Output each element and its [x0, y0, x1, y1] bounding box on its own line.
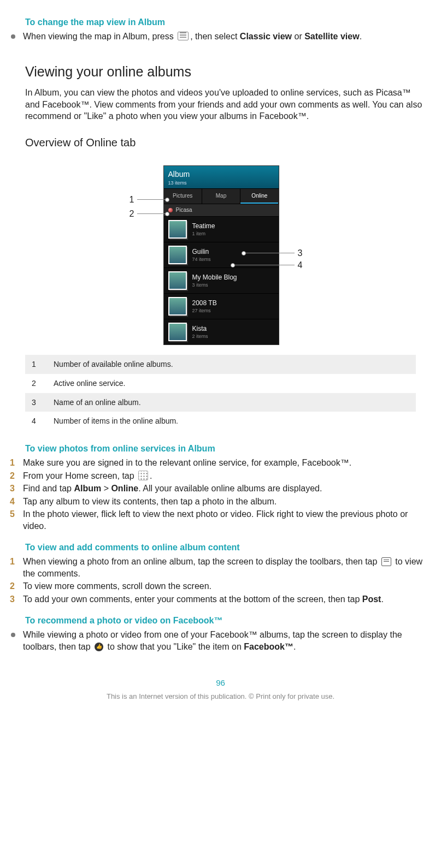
- footer-text: This is an Internet version of this publ…: [10, 692, 431, 701]
- text: , then select: [190, 32, 240, 41]
- menu-icon: [178, 32, 189, 40]
- section-title-online-albums: Viewing your online albums: [25, 63, 431, 81]
- album-name: My Mobile Blog: [192, 273, 237, 282]
- step-row: 4Tap any album to view its contents, the…: [10, 496, 426, 508]
- text: Find and tap: [23, 484, 74, 493]
- bullet-text: While viewing a photo or video from one …: [23, 629, 431, 652]
- legend-num: 1: [28, 359, 54, 370]
- text: When viewing a photo from an online albu…: [23, 557, 380, 566]
- step-num: 3: [10, 483, 23, 495]
- page-number: 96: [10, 677, 431, 688]
- phone-header: Album 13 items: [164, 166, 279, 188]
- phone-album-row: Kista 2 items: [164, 319, 279, 344]
- step-row: 1When viewing a photo from an online alb…: [10, 556, 426, 579]
- heading-view-photos: To view photos from online services in A…: [25, 443, 431, 455]
- bullet-text: When viewing the map in Album, press , t…: [23, 31, 431, 43]
- bullet-item: While viewing a photo or video from one …: [10, 629, 431, 652]
- step-text: When viewing a photo from an online albu…: [23, 556, 426, 579]
- phone-album-row: My Mobile Blog 3 items: [164, 267, 279, 293]
- apps-grid-icon: [138, 471, 148, 480]
- phone-album-row: 2008 TB 27 items: [164, 293, 279, 319]
- callout-number: 1: [130, 194, 134, 206]
- callout-number: 3: [298, 247, 303, 259]
- legend-text: Name of an online album.: [54, 397, 141, 408]
- step-text: To add your own comments, enter your com…: [23, 593, 426, 605]
- step-text: Make sure you are signed in to the relev…: [23, 457, 426, 469]
- text: From your Home screen, tap: [23, 471, 137, 480]
- text: or: [292, 32, 304, 41]
- picasa-icon: [168, 208, 173, 212]
- step-row: 2To view more comments, scroll down the …: [10, 580, 426, 592]
- bold-post: Post: [362, 594, 381, 604]
- heading-view-comments: To view and add comments to online album…: [25, 542, 431, 554]
- phone-illustration: 1 2 3 4 Album 13 items Pictures Map Onli…: [120, 165, 322, 345]
- step-text: From your Home screen, tap .: [23, 470, 426, 482]
- callout-1: 1: [130, 194, 166, 206]
- legend-num: 2: [28, 378, 54, 389]
- heading-change-map-view: To change the map view in Album: [25, 16, 431, 28]
- album-thumb: [168, 323, 187, 341]
- album-thumb: [168, 297, 187, 316]
- text: .: [293, 642, 296, 651]
- album-name: Teatime: [192, 222, 215, 230]
- phone-app-title: Album: [168, 169, 274, 180]
- step-text: To view more comments, scroll down the s…: [23, 580, 426, 592]
- text: to show that you "Like" the item on: [105, 642, 244, 651]
- legend-num: 3: [28, 397, 54, 408]
- legend-text: Number of items in the online album.: [54, 416, 178, 426]
- text: .: [150, 471, 152, 480]
- text: .: [360, 32, 362, 41]
- album-count: 2 items: [192, 333, 208, 340]
- step-num: 3: [10, 593, 23, 605]
- legend-text: Active online service.: [54, 378, 126, 389]
- legend-row: 2 Active online service.: [25, 374, 416, 393]
- like-icon: [95, 643, 103, 651]
- text: . All your available online albums are d…: [138, 484, 322, 493]
- step-num: 2: [10, 470, 23, 482]
- step-num: 2: [10, 580, 23, 592]
- legend-num: 4: [28, 416, 54, 426]
- album-count: 74 items: [192, 256, 211, 263]
- text: To add your own comments, enter your com…: [23, 594, 362, 604]
- callout-number: 2: [130, 208, 134, 220]
- bullet-icon: [11, 34, 15, 39]
- phone-tabs: Pictures Map Online: [164, 188, 279, 205]
- callout-4: 4: [234, 259, 303, 271]
- legend-row: 1 Number of available online albums.: [25, 355, 416, 374]
- album-count: 27 items: [192, 307, 217, 314]
- step-num: 4: [10, 496, 23, 508]
- subsection-title-overview: Overview of Online tab: [25, 135, 431, 150]
- callout-2: 2: [130, 208, 166, 220]
- step-text: Tap any album to view its contents, then…: [23, 496, 426, 508]
- album-thumb: [168, 271, 187, 290]
- phone-tab-active: Online: [240, 189, 278, 204]
- phone-item-count: 13 items: [168, 180, 274, 186]
- phone-service-row: Picasa: [164, 204, 279, 216]
- legend-row: 4 Number of items in the online album.: [25, 412, 416, 431]
- heading-recommend-facebook: To recommend a photo or video on Faceboo…: [25, 615, 431, 627]
- step-row: 3Find and tap Album > Online. All your a…: [10, 483, 426, 495]
- album-name: Kista: [192, 324, 208, 333]
- step-row: 2From your Home screen, tap .: [10, 470, 426, 482]
- legend-table: 1 Number of available online albums. 2 A…: [25, 355, 416, 431]
- bullet-icon: [11, 633, 15, 637]
- legend-row: 3 Name of an online album.: [25, 393, 416, 412]
- step-num: 5: [10, 508, 23, 520]
- step-row: 5In the photo viewer, flick left to view…: [10, 508, 426, 532]
- callout-3: 3: [245, 247, 303, 259]
- album-thumb: [168, 220, 187, 239]
- step-row: 3To add your own comments, enter your co…: [10, 593, 426, 605]
- step-num: 1: [10, 556, 23, 568]
- step-text: Find and tap Album > Online. All your av…: [23, 483, 426, 495]
- bold-classic-view: Classic view: [240, 32, 292, 41]
- bullet-item: When viewing the map in Album, press , t…: [10, 31, 431, 43]
- album-name: 2008 TB: [192, 299, 217, 307]
- callout-number: 4: [298, 259, 303, 271]
- step-num: 1: [10, 457, 23, 469]
- bold-satellite-view: Satellite view: [304, 32, 360, 41]
- text: When viewing the map in Album, press: [23, 32, 176, 41]
- album-thumb: [168, 246, 187, 264]
- phone-album-row: Teatime 1 item: [164, 216, 279, 242]
- bold-facebook: Facebook™: [244, 642, 293, 651]
- section-paragraph: In Album, you can view the photos and vi…: [25, 87, 426, 122]
